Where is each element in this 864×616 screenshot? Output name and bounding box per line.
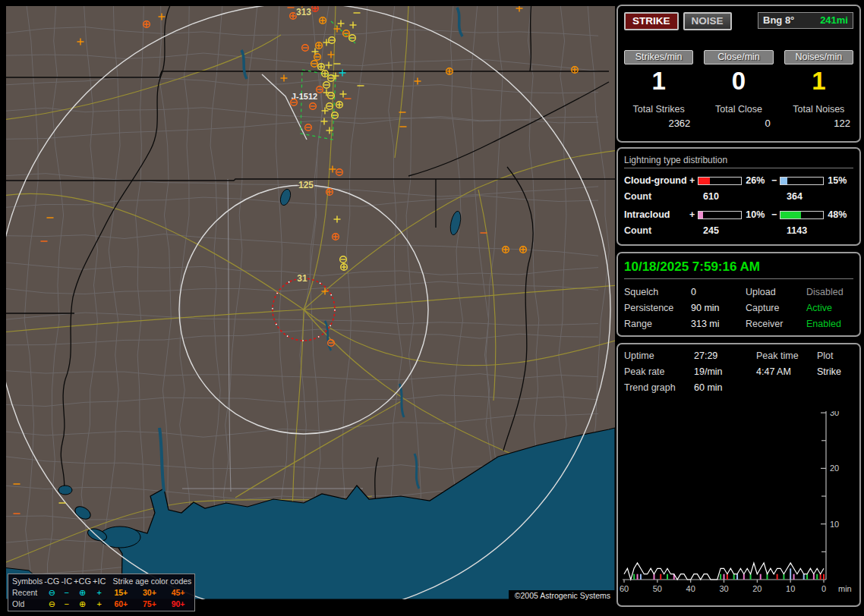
distribution-panel: Lightning type distribution Cloud-ground…	[616, 147, 861, 246]
strike-cp	[318, 64, 325, 71]
minus-sign: −	[771, 175, 780, 186]
ic-positive-bar	[698, 211, 742, 219]
capture-value: Active	[806, 303, 853, 313]
distribution-title: Lightning type distribution	[624, 155, 853, 168]
strike-cm	[328, 93, 335, 99]
strike-p	[328, 52, 335, 58]
legend-age-30plus: 30+	[135, 587, 164, 599]
close-per-min-button[interactable]: Close/min	[704, 50, 773, 64]
intracloud-row: Intracloud + 10% − 48%	[624, 208, 853, 222]
strike-p	[339, 70, 346, 77]
strikes-per-min-value: 1	[624, 66, 693, 96]
legend-symbol-negIC: −	[60, 599, 73, 610]
strike-p	[321, 118, 328, 125]
ic-negative-bar	[780, 211, 824, 219]
strike-p	[516, 6, 523, 12]
map-canvas: J-1512 31312531	[6, 6, 615, 599]
legend-symbol-posCG: ⊕	[73, 587, 92, 599]
plot-value: Strike	[817, 366, 853, 377]
strikes-per-min-button[interactable]: Strikes/min	[624, 50, 693, 64]
strike-cp	[341, 264, 348, 271]
legend-symbol-negIC: −	[60, 587, 73, 599]
svg-text:10: 10	[786, 584, 795, 593]
count-label: Count	[624, 191, 703, 202]
strike-p	[77, 39, 84, 46]
total-strikes-value: 2362	[624, 118, 693, 129]
peak-time-value: 4:47 AM	[756, 366, 817, 377]
strike-cm	[349, 35, 356, 42]
svg-text:min: min	[838, 584, 852, 593]
minus-sign: −	[771, 209, 780, 220]
uptime-label: Uptime	[624, 350, 694, 361]
strike-cm	[305, 124, 312, 131]
strike-p	[415, 78, 421, 85]
persistence-value: 90 min	[691, 303, 746, 313]
strike-cp	[333, 234, 339, 240]
legend-symbol-negCG: ⊖	[43, 587, 60, 599]
legend-symbol-negCG: ⊖	[43, 599, 60, 610]
strike-cp	[326, 189, 333, 196]
total-strikes-label: Total Strikes	[624, 104, 693, 115]
cg-positive-count: 610	[703, 191, 787, 202]
squelch-label: Squelch	[624, 287, 691, 297]
persistence-label: Persistence	[624, 303, 691, 313]
ring-label-31: 31	[297, 273, 307, 284]
strike-cp	[320, 17, 326, 24]
legend-col-pos-ic: +IC	[92, 576, 106, 587]
map-legend: Symbols -CG -IC +CG +IC Strike age color…	[8, 574, 195, 611]
svg-text:30: 30	[830, 411, 839, 417]
svg-text:50: 50	[653, 584, 662, 593]
cg-positive-pct: 26%	[746, 175, 771, 186]
legend-age-90plus: 90+	[164, 599, 193, 610]
plot-label: Plot	[817, 350, 853, 361]
legend-symbol-posIC: +	[92, 587, 106, 599]
svg-text:40: 40	[686, 584, 695, 593]
intracloud-label: Intracloud	[624, 209, 689, 220]
trend-panel: Uptime 27:29 Peak time Plot Peak rate 19…	[616, 343, 861, 607]
strike-cp	[312, 6, 319, 11]
lightning-map[interactable]: J-1512 31312531 Symbols -CG -IC +CG +IC …	[6, 6, 615, 599]
bearing-distance: 241mi	[820, 14, 848, 26]
svg-text:20: 20	[830, 464, 839, 473]
noises-per-min-button[interactable]: Noises/min	[784, 50, 853, 64]
range-label: Range	[624, 319, 691, 329]
ring-label-125: 125	[298, 180, 314, 190]
strike-p	[338, 20, 345, 27]
legend-symbol-posIC: +	[92, 599, 106, 610]
strike-cp	[322, 71, 329, 77]
peak-rate-value: 19/min	[694, 366, 756, 377]
legend-age-60plus: 60+	[106, 599, 135, 610]
svg-text:10: 10	[830, 520, 839, 529]
uptime-value: 27:29	[694, 350, 756, 361]
legend-age-45plus: 45+	[164, 587, 193, 599]
strike-cm	[328, 340, 335, 347]
ic-negative-count: 1143	[787, 225, 807, 236]
trend-graph-label: Trend graph	[624, 382, 694, 393]
copyright-notice: ©2005 Astrogenic Systems	[509, 590, 615, 602]
strike-cp	[572, 67, 579, 74]
receiver-value: Enabled	[806, 319, 853, 329]
plus-sign: +	[689, 175, 698, 186]
sidebar: STRIKE NOISE Bng 8° 241mi Strikes/min Cl…	[616, 5, 861, 607]
svg-text:60: 60	[620, 584, 629, 593]
strike-cp	[143, 21, 150, 28]
strike-button[interactable]: STRIKE	[624, 12, 679, 30]
bearing-label: Bng 8°	[763, 14, 794, 26]
noise-button[interactable]: NOISE	[683, 12, 732, 30]
strike-p	[159, 14, 166, 20]
legend-col-neg-cg: -CG	[43, 576, 60, 587]
upload-value: Disabled	[806, 287, 853, 297]
svg-text:30: 30	[719, 584, 728, 593]
squelch-value: 0	[691, 287, 746, 297]
receiver-label: Receiver	[746, 319, 806, 329]
capture-label: Capture	[746, 303, 806, 313]
strike-cp	[336, 102, 343, 108]
strike-cm	[336, 169, 343, 176]
plus-sign: +	[689, 209, 698, 220]
cloud-ground-label: Cloud-ground	[624, 175, 689, 186]
strike-cp	[503, 247, 509, 253]
peak-time-label: Peak time	[756, 350, 817, 361]
legend-col-pos-cg: +CG	[73, 576, 92, 587]
peak-rate-label: Peak rate	[624, 366, 694, 377]
status-panel: 10/18/2025 7:59:16 AM Squelch 0 Upload D…	[616, 252, 861, 337]
